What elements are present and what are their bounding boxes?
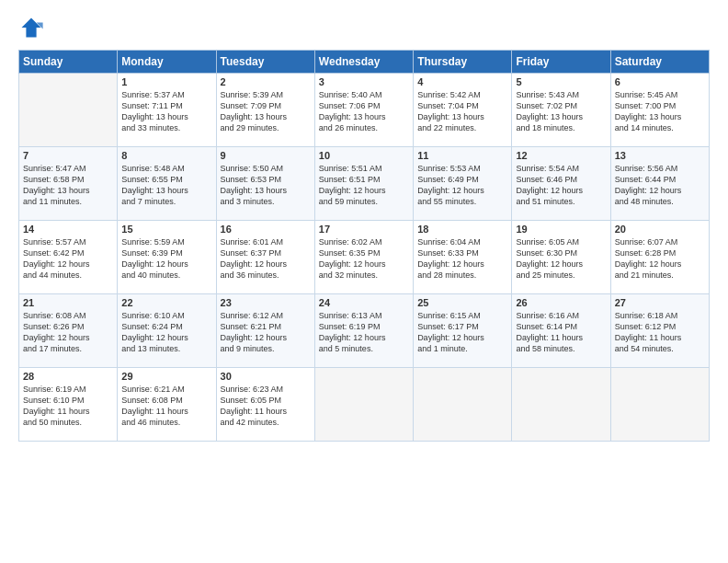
day-info: Sunrise: 6:05 AMSunset: 6:30 PMDaylight:… [516, 236, 606, 282]
calendar-cell [19, 74, 118, 147]
day-number: 28 [23, 371, 113, 382]
day-info: Sunrise: 6:02 AMSunset: 6:35 PMDaylight:… [319, 236, 409, 282]
day-info: Sunrise: 5:40 AMSunset: 7:06 PMDaylight:… [319, 89, 409, 134]
calendar-cell: 21Sunrise: 6:08 AMSunset: 6:26 PMDayligh… [19, 294, 118, 368]
calendar-cell: 8Sunrise: 5:48 AMSunset: 6:55 PMDaylight… [118, 147, 216, 221]
day-number: 2 [221, 76, 311, 87]
day-number: 6 [615, 76, 705, 87]
weekday-header-monday: Monday [118, 51, 216, 74]
day-number: 15 [121, 224, 211, 235]
day-info: Sunrise: 6:04 AMSunset: 6:33 PMDaylight:… [417, 236, 507, 282]
day-number: 1 [121, 76, 211, 87]
calendar-cell: 18Sunrise: 6:04 AMSunset: 6:33 PMDayligh… [414, 221, 512, 294]
calendar-cell [314, 368, 413, 442]
day-number: 29 [121, 371, 211, 382]
day-info: Sunrise: 5:53 AMSunset: 6:49 PMDaylight:… [417, 163, 507, 208]
calendar-cell: 4Sunrise: 5:42 AMSunset: 7:04 PMDaylight… [414, 74, 512, 147]
day-info: Sunrise: 5:47 AMSunset: 6:58 PMDaylight:… [23, 163, 113, 208]
calendar-week-row: 21Sunrise: 6:08 AMSunset: 6:26 PMDayligh… [19, 294, 710, 368]
logo-icon [18, 15, 44, 40]
calendar-cell: 12Sunrise: 5:54 AMSunset: 6:46 PMDayligh… [512, 147, 610, 221]
weekday-header-row: SundayMondayTuesdayWednesdayThursdayFrid… [19, 51, 710, 74]
weekday-header-tuesday: Tuesday [216, 51, 314, 74]
day-number: 17 [319, 224, 409, 235]
day-info: Sunrise: 6:21 AMSunset: 6:08 PMDaylight:… [121, 384, 211, 429]
calendar-cell: 3Sunrise: 5:40 AMSunset: 7:06 PMDaylight… [314, 74, 413, 147]
day-info: Sunrise: 6:01 AMSunset: 6:37 PMDaylight:… [221, 236, 311, 282]
day-number: 8 [121, 150, 211, 161]
day-info: Sunrise: 6:07 AMSunset: 6:28 PMDaylight:… [615, 236, 705, 282]
day-info: Sunrise: 5:59 AMSunset: 6:39 PMDaylight:… [121, 236, 211, 282]
day-number: 22 [121, 297, 211, 308]
day-info: Sunrise: 5:54 AMSunset: 6:46 PMDaylight:… [516, 163, 606, 208]
weekday-header-sunday: Sunday [19, 51, 118, 74]
calendar-week-row: 7Sunrise: 5:47 AMSunset: 6:58 PMDaylight… [19, 147, 710, 221]
calendar-cell: 11Sunrise: 5:53 AMSunset: 6:49 PMDayligh… [414, 147, 512, 221]
day-number: 14 [23, 224, 113, 235]
calendar-week-row: 14Sunrise: 5:57 AMSunset: 6:42 PMDayligh… [19, 221, 710, 294]
calendar-cell: 6Sunrise: 5:45 AMSunset: 7:00 PMDaylight… [610, 74, 709, 147]
day-number: 4 [417, 76, 507, 87]
weekday-header-friday: Friday [512, 51, 610, 74]
day-info: Sunrise: 6:18 AMSunset: 6:12 PMDaylight:… [615, 310, 705, 355]
calendar-cell: 14Sunrise: 5:57 AMSunset: 6:42 PMDayligh… [19, 221, 118, 294]
day-number: 21 [23, 297, 113, 308]
calendar-cell: 30Sunrise: 6:23 AMSunset: 6:05 PMDayligh… [216, 368, 314, 442]
calendar-cell: 15Sunrise: 5:59 AMSunset: 6:39 PMDayligh… [118, 221, 216, 294]
day-number: 27 [615, 297, 705, 308]
calendar-cell: 25Sunrise: 6:15 AMSunset: 6:17 PMDayligh… [414, 294, 512, 368]
calendar-cell: 10Sunrise: 5:51 AMSunset: 6:51 PMDayligh… [314, 147, 413, 221]
calendar-cell: 17Sunrise: 6:02 AMSunset: 6:35 PMDayligh… [314, 221, 413, 294]
day-number: 3 [319, 76, 409, 87]
day-number: 7 [23, 150, 113, 161]
calendar-cell: 28Sunrise: 6:19 AMSunset: 6:10 PMDayligh… [19, 368, 118, 442]
day-info: Sunrise: 6:23 AMSunset: 6:05 PMDaylight:… [221, 384, 311, 429]
day-number: 5 [516, 76, 606, 87]
day-number: 25 [417, 297, 507, 308]
calendar-cell: 9Sunrise: 5:50 AMSunset: 6:53 PMDaylight… [216, 147, 314, 221]
day-info: Sunrise: 5:51 AMSunset: 6:51 PMDaylight:… [319, 163, 409, 208]
day-info: Sunrise: 6:08 AMSunset: 6:26 PMDaylight:… [23, 310, 113, 355]
calendar-cell [610, 368, 709, 442]
calendar-cell: 19Sunrise: 6:05 AMSunset: 6:30 PMDayligh… [512, 221, 610, 294]
calendar-cell: 23Sunrise: 6:12 AMSunset: 6:21 PMDayligh… [216, 294, 314, 368]
day-number: 16 [221, 224, 311, 235]
day-info: Sunrise: 5:45 AMSunset: 7:00 PMDaylight:… [615, 89, 705, 134]
calendar-cell: 26Sunrise: 6:16 AMSunset: 6:14 PMDayligh… [512, 294, 610, 368]
calendar-week-row: 28Sunrise: 6:19 AMSunset: 6:10 PMDayligh… [19, 368, 710, 442]
weekday-header-saturday: Saturday [610, 51, 709, 74]
calendar-cell [414, 368, 512, 442]
day-number: 10 [319, 150, 409, 161]
calendar-cell [512, 368, 610, 442]
day-info: Sunrise: 5:39 AMSunset: 7:09 PMDaylight:… [221, 89, 311, 134]
calendar-cell: 16Sunrise: 6:01 AMSunset: 6:37 PMDayligh… [216, 221, 314, 294]
calendar-cell: 13Sunrise: 5:56 AMSunset: 6:44 PMDayligh… [610, 147, 709, 221]
calendar-cell: 29Sunrise: 6:21 AMSunset: 6:08 PMDayligh… [118, 368, 216, 442]
page-header [18, 15, 710, 40]
day-info: Sunrise: 6:10 AMSunset: 6:24 PMDaylight:… [121, 310, 211, 355]
day-info: Sunrise: 5:50 AMSunset: 6:53 PMDaylight:… [221, 163, 311, 208]
day-info: Sunrise: 6:15 AMSunset: 6:17 PMDaylight:… [417, 310, 507, 355]
day-number: 24 [319, 297, 409, 308]
calendar-cell: 24Sunrise: 6:13 AMSunset: 6:19 PMDayligh… [314, 294, 413, 368]
day-info: Sunrise: 6:19 AMSunset: 6:10 PMDaylight:… [23, 384, 113, 429]
calendar-cell: 5Sunrise: 5:43 AMSunset: 7:02 PMDaylight… [512, 74, 610, 147]
page-container: SundayMondayTuesdayWednesdayThursdayFrid… [0, 0, 728, 451]
day-info: Sunrise: 5:57 AMSunset: 6:42 PMDaylight:… [23, 236, 113, 282]
day-number: 13 [615, 150, 705, 161]
calendar-cell: 1Sunrise: 5:37 AMSunset: 7:11 PMDaylight… [118, 74, 216, 147]
day-number: 19 [516, 224, 606, 235]
day-number: 12 [516, 150, 606, 161]
day-info: Sunrise: 5:48 AMSunset: 6:55 PMDaylight:… [121, 163, 211, 208]
calendar-week-row: 1Sunrise: 5:37 AMSunset: 7:11 PMDaylight… [19, 74, 710, 147]
calendar-cell: 20Sunrise: 6:07 AMSunset: 6:28 PMDayligh… [610, 221, 709, 294]
logo [18, 15, 48, 40]
weekday-header-wednesday: Wednesday [314, 51, 413, 74]
day-info: Sunrise: 5:37 AMSunset: 7:11 PMDaylight:… [121, 89, 211, 134]
weekday-header-thursday: Thursday [414, 51, 512, 74]
day-number: 11 [417, 150, 507, 161]
day-info: Sunrise: 5:56 AMSunset: 6:44 PMDaylight:… [615, 163, 705, 208]
calendar-cell: 2Sunrise: 5:39 AMSunset: 7:09 PMDaylight… [216, 74, 314, 147]
calendar-cell: 27Sunrise: 6:18 AMSunset: 6:12 PMDayligh… [610, 294, 709, 368]
day-info: Sunrise: 6:12 AMSunset: 6:21 PMDaylight:… [221, 310, 311, 355]
